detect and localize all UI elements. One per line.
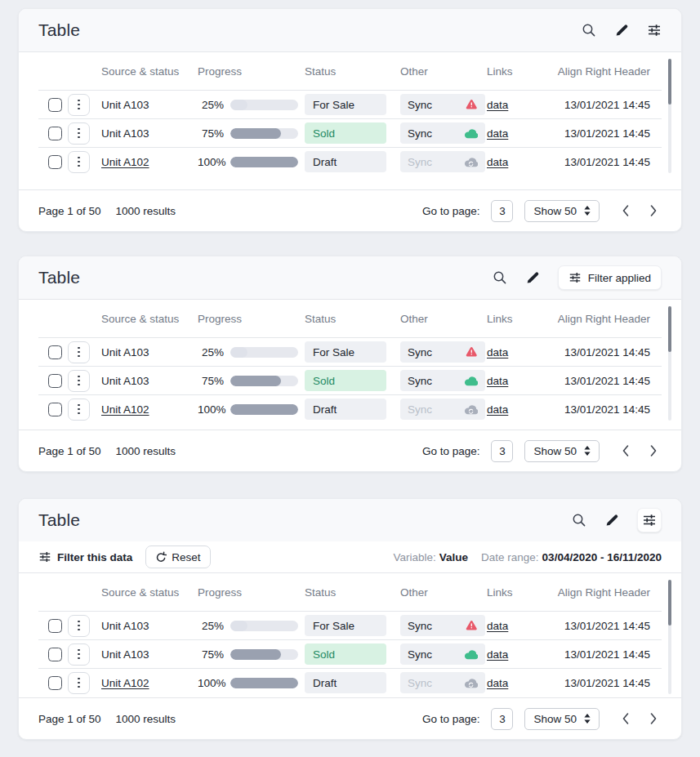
row-checkbox[interactable]	[48, 648, 62, 661]
row-checkbox[interactable]	[48, 374, 62, 388]
status-badge: For Sale	[305, 615, 386, 636]
edit-button[interactable]	[604, 513, 619, 528]
search-button[interactable]	[493, 270, 507, 285]
timestamp-cell: 13/01/2021 14:45	[537, 127, 650, 140]
status-badge: Sold	[305, 122, 386, 144]
sync-button[interactable]: Sync	[400, 94, 485, 115]
progress-cell: 100%	[198, 677, 299, 689]
filter-applied-button[interactable]: Filter applied	[558, 265, 662, 290]
row-checkbox[interactable]	[48, 676, 62, 690]
vertical-scrollbar[interactable]	[668, 59, 671, 173]
row-menu-button[interactable]	[68, 151, 90, 173]
edit-button[interactable]	[614, 23, 629, 38]
data-link[interactable]: data	[487, 346, 537, 358]
row-menu-button[interactable]	[68, 643, 90, 666]
data-link[interactable]: data	[487, 127, 537, 140]
row-menu-button[interactable]	[68, 615, 90, 637]
row-menu-button[interactable]	[68, 399, 90, 421]
prev-page-button[interactable]	[618, 202, 634, 220]
sync-button-disabled: Sync	[400, 151, 485, 172]
results-count: 1000 results	[116, 205, 176, 217]
page-info: Page 1 of 50	[38, 445, 101, 457]
scrollbar-thumb[interactable]	[668, 580, 671, 626]
sync-button[interactable]: Sync	[400, 643, 485, 665]
next-page-button[interactable]	[645, 442, 662, 460]
row-menu-button[interactable]	[68, 94, 90, 116]
progress-bar	[230, 376, 298, 386]
page-size-select[interactable]: Show 50	[524, 708, 600, 730]
unit-cell-link[interactable]: Unit A102	[101, 156, 198, 168]
table-area: Source & status Progress Status Other Li…	[19, 52, 681, 176]
row-menu-button[interactable]	[68, 672, 90, 694]
unit-cell-link[interactable]: Unit A102	[101, 677, 198, 689]
timestamp-cell: 13/01/2021 14:45	[537, 346, 650, 358]
row-checkbox[interactable]	[48, 155, 62, 169]
unit-cell: Unit A103	[101, 99, 198, 111]
progress-cell: 25%	[198, 346, 299, 358]
prev-page-button[interactable]	[618, 710, 634, 728]
page-size-select[interactable]: Show 50	[524, 440, 600, 462]
filter-button-active[interactable]	[637, 508, 662, 532]
row-checkbox[interactable]	[48, 345, 62, 359]
page-size-select[interactable]: Show 50	[524, 200, 600, 222]
goto-page-input[interactable]	[491, 440, 513, 462]
vertical-scrollbar[interactable]	[668, 306, 671, 421]
unit-cell: Unit A103	[101, 375, 198, 387]
data-link[interactable]: data	[487, 620, 537, 632]
data-link[interactable]: data	[487, 99, 537, 111]
data-link[interactable]: data	[487, 677, 537, 689]
row-checkbox[interactable]	[48, 127, 62, 140]
progress-bar	[230, 649, 298, 660]
data-link[interactable]: data	[487, 403, 537, 416]
status-badge: Draft	[305, 672, 386, 693]
titlebar-actions	[572, 508, 662, 532]
progress-cell: 25%	[198, 99, 299, 111]
search-button[interactable]	[572, 513, 586, 528]
date-range-summary: Date range: 03/04/2020 - 16/11/2020	[481, 551, 662, 563]
goto-page-input[interactable]	[491, 708, 513, 730]
sync-button[interactable]: Sync	[400, 122, 485, 144]
data-link[interactable]: data	[487, 375, 537, 387]
progress-percent: 75%	[198, 127, 224, 140]
progress-cell: 75%	[198, 127, 299, 140]
edit-button[interactable]	[525, 270, 540, 285]
titlebar-actions: Filter applied	[493, 265, 662, 290]
results-count: 1000 results	[116, 445, 176, 457]
variable-summary: Variable: Value	[394, 551, 469, 563]
timestamp-cell: 13/01/2021 14:45	[537, 620, 650, 632]
vertical-scrollbar[interactable]	[668, 580, 671, 694]
progress-cell: 75%	[198, 375, 299, 387]
col-header-source: Source & status	[101, 65, 198, 78]
table-row: Unit A103 25% For Sale Sync data 13/01/2…	[38, 611, 662, 639]
goto-page-input[interactable]	[491, 200, 513, 222]
next-page-button[interactable]	[645, 202, 662, 220]
scrollbar-thumb[interactable]	[668, 59, 671, 105]
timestamp-cell: 13/01/2021 14:45	[537, 648, 650, 661]
search-button[interactable]	[582, 23, 596, 38]
row-checkbox[interactable]	[48, 403, 62, 416]
sync-button[interactable]: Sync	[400, 370, 485, 391]
row-menu-button[interactable]	[68, 341, 90, 363]
data-link[interactable]: data	[487, 156, 537, 168]
progress-bar	[230, 404, 298, 415]
data-link[interactable]: data	[487, 648, 537, 661]
filter-button[interactable]	[647, 23, 662, 38]
next-page-button[interactable]	[645, 710, 662, 728]
sync-button-disabled: Sync	[400, 399, 485, 420]
table-row: Unit A103 75% Sold Sync data 13/01/2021 …	[38, 118, 662, 147]
sync-button[interactable]: Sync	[400, 341, 485, 363]
scrollbar-thumb[interactable]	[668, 306, 671, 352]
timestamp-cell: 13/01/2021 14:45	[537, 375, 650, 387]
row-checkbox[interactable]	[48, 98, 62, 112]
timestamp-cell: 13/01/2021 14:45	[537, 403, 650, 416]
filter-this-data-button[interactable]: Filter this data	[38, 550, 132, 563]
reset-button[interactable]: Reset	[145, 545, 210, 568]
row-checkbox[interactable]	[48, 619, 62, 633]
prev-page-button[interactable]	[618, 442, 634, 460]
row-menu-button[interactable]	[68, 122, 90, 145]
sync-button[interactable]: Sync	[400, 615, 485, 636]
progress-bar	[230, 157, 298, 167]
table-row: Unit A102 100% Draft Sync data 13/01/202…	[38, 147, 662, 176]
row-menu-button[interactable]	[68, 370, 90, 392]
unit-cell-link[interactable]: Unit A102	[101, 403, 198, 416]
